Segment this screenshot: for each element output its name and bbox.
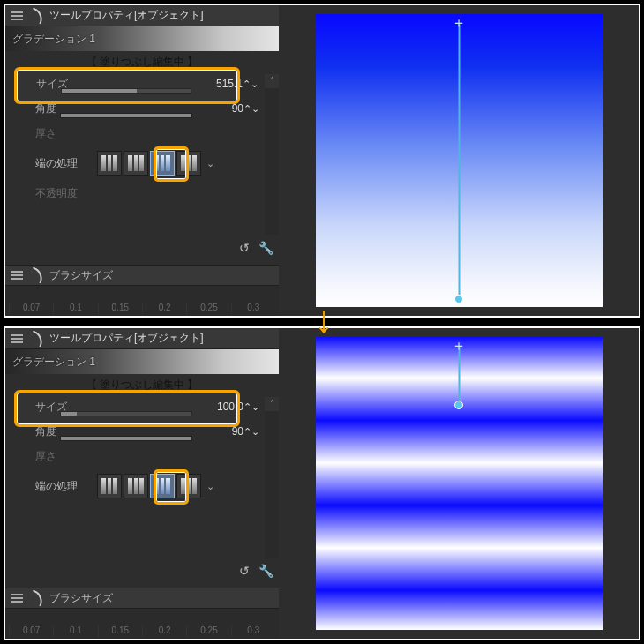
size-value[interactable]: 100.0 [198, 401, 243, 413]
menu-icon[interactable] [11, 334, 23, 343]
tick: 0.07 [9, 625, 53, 637]
opacity-row: 不透明度 [18, 181, 266, 206]
tool-property-panel: ツールプロパティ[オブジェクト] グラデーション 1 【 塗りつぶし編集中 】 … [5, 328, 279, 639]
menu-icon[interactable] [11, 11, 23, 20]
menu-icon[interactable] [11, 271, 23, 280]
tick: 0.3 [231, 625, 275, 637]
brush-icon [28, 269, 46, 281]
edge-dropdown-icon[interactable]: ⌄ [206, 158, 214, 169]
scroll-up-icon[interactable]: ˄ [265, 74, 279, 88]
brush-icon [28, 10, 46, 22]
tick: 0.1 [53, 625, 97, 637]
size-stepper[interactable]: ⌃⌄ [243, 79, 255, 90]
edge-toggle-group [97, 151, 201, 176]
edge-dropdown-icon[interactable]: ⌄ [206, 481, 214, 492]
transition-arrow-icon: ↓ [314, 300, 333, 339]
property-list: サイズ 515.1 ⌃⌄ 角度 90 ⌃⌄ 厚さ 端の処理 [5, 70, 279, 207]
thickness-row: 厚さ [18, 121, 266, 146]
panel-footer-icons: ↺ 🔧 [235, 561, 275, 580]
brush-icon [28, 333, 46, 345]
brush-icon [28, 592, 46, 604]
edge-option-4[interactable] [176, 474, 201, 498]
gradient-name: グラデーション 1 [12, 32, 95, 47]
editing-status: 【 塗りつぶし編集中 】 [5, 51, 279, 70]
tick: 0.2 [142, 303, 186, 314]
size-stepper[interactable]: ⌃⌄ [243, 401, 256, 413]
edge-label: 端の処理 [35, 156, 97, 171]
reset-icon[interactable]: ↺ [235, 238, 254, 258]
angle-stepper[interactable]: ⌃⌄ [243, 103, 256, 115]
angle-slider[interactable] [60, 436, 192, 441]
brush-size-ticks[interactable]: 0.07 0.1 0.15 0.2 0.25 0.3 [5, 609, 279, 639]
angle-stepper[interactable]: ⌃⌄ [243, 426, 256, 438]
tick: 0.25 [186, 625, 230, 637]
menu-icon[interactable] [11, 594, 23, 603]
tick: 0.15 [98, 625, 142, 637]
canvas-area: ＋ [279, 328, 639, 639]
thickness-row: 厚さ [18, 444, 266, 468]
size-row[interactable]: サイズ 515.1 ⌃⌄ [18, 71, 266, 96]
tick: 0.15 [98, 303, 142, 314]
panel-titlebar: ツールプロパティ[オブジェクト] [5, 328, 279, 349]
angle-value[interactable]: 90 [198, 425, 243, 438]
tick: 0.1 [53, 303, 97, 314]
gradient-canvas-bottom[interactable]: ＋ [316, 337, 603, 630]
angle-row[interactable]: 角度 90 ⌃⌄ [18, 419, 266, 444]
opacity-label: 不透明度 [35, 186, 99, 201]
thickness-label: 厚さ [35, 126, 99, 141]
edge-option-1[interactable] [97, 151, 122, 176]
brush-size-bar: ブラシサイズ [5, 588, 279, 609]
size-row[interactable]: サイズ 100.0 ⌃⌄ [18, 394, 266, 419]
panel-footer-icons: ↺ 🔧 [235, 238, 275, 258]
edge-row: 端の処理 ⌄ [18, 146, 266, 181]
edge-row: 端の処理 ⌄ [18, 468, 266, 504]
edge-option-3-selected[interactable] [150, 151, 175, 176]
size-value[interactable]: 515.1 [197, 78, 243, 90]
panel-titlebar: ツールプロパティ[オブジェクト] [5, 5, 279, 26]
gradient-end-handle[interactable] [454, 401, 463, 409]
edge-toggle-group [97, 474, 201, 498]
brush-size-ticks[interactable]: 0.07 0.1 0.15 0.2 0.25 0.3 [5, 286, 279, 316]
tick: 0.2 [142, 625, 186, 637]
property-scrollbar[interactable]: ˄ [265, 74, 279, 235]
edge-option-1[interactable] [97, 474, 122, 498]
reset-icon[interactable]: ↺ [235, 561, 254, 580]
after-frame: ツールプロパティ[オブジェクト] グラデーション 1 【 塗りつぶし編集中 】 … [4, 326, 640, 640]
gradient-handle-line[interactable] [459, 348, 460, 406]
size-slider[interactable] [60, 411, 192, 416]
tool-property-panel: ツールプロパティ[オブジェクト] グラデーション 1 【 塗りつぶし編集中 】 … [5, 5, 279, 316]
gradient-handle-line[interactable] [459, 25, 460, 298]
edge-option-4[interactable] [176, 151, 201, 176]
panel-title: ツールプロパティ[オブジェクト] [49, 331, 204, 346]
angle-row[interactable]: 角度 90 ⌃⌄ [18, 96, 266, 121]
angle-slider[interactable] [60, 113, 192, 118]
edge-option-3-selected[interactable] [150, 474, 175, 498]
gradient-start-handle[interactable]: ＋ [452, 16, 466, 30]
tick: 0.07 [9, 303, 53, 314]
thickness-label: 厚さ [35, 449, 99, 464]
settings-icon[interactable]: 🔧 [256, 238, 275, 258]
scroll-up-icon[interactable]: ˄ [265, 397, 279, 411]
panel-title: ツールプロパティ[オブジェクト] [49, 8, 204, 23]
gradient-name: グラデーション 1 [12, 355, 95, 370]
gradient-header: グラデーション 1 [5, 349, 279, 374]
brush-size-label: ブラシサイズ [49, 591, 113, 606]
gradient-canvas-top[interactable]: ＋ [316, 14, 603, 307]
angle-value[interactable]: 90 [198, 102, 243, 115]
tick: 0.25 [186, 303, 230, 314]
before-frame: ツールプロパティ[オブジェクト] グラデーション 1 【 塗りつぶし編集中 】 … [4, 4, 640, 318]
gradient-header: グラデーション 1 [5, 26, 279, 51]
edge-option-2[interactable] [124, 151, 148, 176]
property-scrollbar[interactable]: ˄ [265, 397, 279, 558]
editing-status: 【 塗りつぶし編集中 】 [5, 374, 279, 393]
brush-size-bar: ブラシサイズ [5, 265, 279, 286]
settings-icon[interactable]: 🔧 [256, 561, 275, 580]
canvas-area: ＋ [279, 5, 639, 316]
brush-size-label: ブラシサイズ [49, 268, 113, 283]
edge-option-2[interactable] [124, 474, 148, 498]
gradient-start-handle[interactable]: ＋ [452, 339, 466, 353]
size-slider[interactable] [61, 88, 191, 94]
gradient-end-handle[interactable] [454, 295, 463, 303]
tick: 0.3 [231, 303, 275, 314]
property-list: サイズ 100.0 ⌃⌄ 角度 90 ⌃⌄ 厚さ 端の処理 [5, 393, 279, 505]
